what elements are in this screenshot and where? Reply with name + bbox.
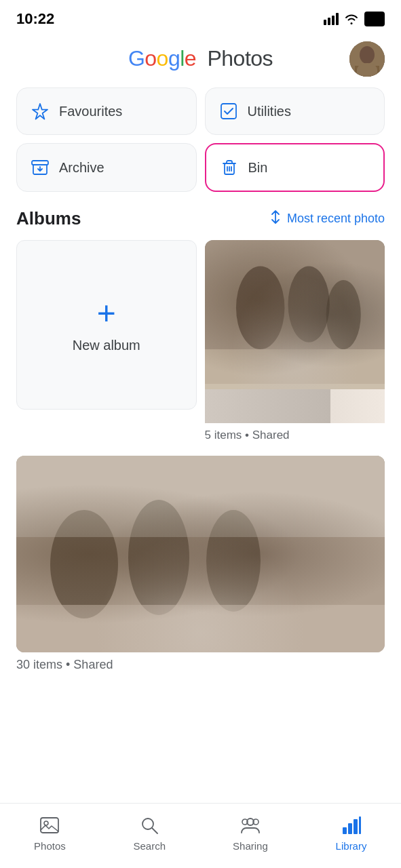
search-nav-label: Search xyxy=(133,840,166,852)
utilities-button[interactable]: Utilities xyxy=(205,87,385,135)
svg-rect-35 xyxy=(354,819,358,834)
albums-grid-row1: + New album 5 items • Shared xyxy=(0,240,401,456)
utilities-icon xyxy=(219,102,238,121)
album-full-image-2 xyxy=(16,456,385,652)
nav-search[interactable]: Search xyxy=(122,810,176,854)
photos-nav-icon xyxy=(39,813,60,837)
nav-library[interactable]: Library xyxy=(324,810,379,854)
svg-rect-34 xyxy=(348,823,352,834)
wifi-icon xyxy=(344,13,359,25)
svg-rect-9 xyxy=(32,161,48,165)
svg-rect-24 xyxy=(16,605,385,652)
album-thumb-strip-1 xyxy=(205,389,385,423)
archive-button[interactable]: Archive xyxy=(16,143,197,192)
svg-rect-25 xyxy=(16,456,385,537)
albums-header: Albums Most recent photo xyxy=(0,203,401,240)
sort-button[interactable]: Most recent photo xyxy=(268,210,385,228)
app-logo: Google Photos xyxy=(128,46,273,71)
search-nav-icon xyxy=(139,813,159,837)
nav-sharing[interactable]: Sharing xyxy=(222,810,279,854)
svg-rect-8 xyxy=(221,104,236,119)
album-strip-right xyxy=(330,389,385,423)
svg-rect-26 xyxy=(41,818,58,833)
svg-rect-2 xyxy=(332,16,335,25)
library-nav-icon xyxy=(341,813,362,837)
album-meta-2: 30 items • Shared xyxy=(16,652,385,672)
favourites-button[interactable]: Favourites xyxy=(16,87,197,135)
svg-rect-18 xyxy=(205,349,385,389)
archive-label: Archive xyxy=(59,160,104,176)
trash-icon xyxy=(220,158,239,177)
star-icon xyxy=(31,102,50,121)
signal-icon xyxy=(324,13,339,25)
sort-label: Most recent photo xyxy=(287,212,385,226)
svg-rect-1 xyxy=(328,18,330,25)
svg-rect-36 xyxy=(359,816,361,834)
app-header: Google Photos xyxy=(0,35,401,82)
svg-point-27 xyxy=(44,821,48,825)
svg-rect-20 xyxy=(16,456,385,652)
album-meta-text-1: 5 items • Shared xyxy=(205,429,290,441)
bin-button[interactable]: Bin xyxy=(205,143,385,192)
quick-access-grid: Favourites Utilities Archive xyxy=(0,82,401,203)
sort-icon xyxy=(268,210,283,228)
svg-point-17 xyxy=(326,280,360,349)
favourites-label: Favourites xyxy=(59,104,122,119)
new-album-button[interactable]: + New album xyxy=(16,240,197,410)
svg-point-15 xyxy=(235,267,284,350)
svg-rect-33 xyxy=(343,827,347,834)
svg-point-23 xyxy=(206,510,261,612)
svg-rect-14 xyxy=(205,240,385,389)
album-thumb-image-1 xyxy=(205,240,385,389)
svg-point-6 xyxy=(355,66,379,77)
sharing-nav-icon xyxy=(240,813,261,837)
svg-rect-3 xyxy=(336,13,339,25)
avatar-image xyxy=(349,41,385,77)
new-album-label: New album xyxy=(73,338,140,353)
svg-rect-19 xyxy=(205,384,385,389)
svg-rect-0 xyxy=(324,20,326,25)
svg-point-21 xyxy=(50,510,118,618)
svg-rect-7 xyxy=(355,66,379,77)
status-icons: 34 xyxy=(324,12,385,26)
bottom-nav: Photos Search Sharing xyxy=(0,803,401,868)
svg-line-29 xyxy=(152,828,157,833)
svg-point-22 xyxy=(128,500,189,615)
albums-title: Albums xyxy=(16,208,81,229)
album-strip-left xyxy=(205,389,331,423)
plus-icon: + xyxy=(97,297,116,330)
sharing-nav-label: Sharing xyxy=(233,840,268,852)
album-meta-1: 5 items • Shared xyxy=(205,423,385,442)
photos-nav-label: Photos xyxy=(34,840,66,852)
svg-point-5 xyxy=(360,46,375,64)
archive-icon xyxy=(31,158,50,177)
nav-photos[interactable]: Photos xyxy=(22,810,77,854)
library-nav-label: Library xyxy=(336,840,367,852)
svg-point-16 xyxy=(288,267,329,342)
bin-label: Bin xyxy=(248,160,268,176)
status-bar: 10:22 34 xyxy=(0,0,401,35)
album-item-1[interactable]: 5 items • Shared xyxy=(205,240,385,442)
status-time: 10:22 xyxy=(16,10,54,28)
utilities-label: Utilities xyxy=(248,104,291,119)
battery-indicator: 34 xyxy=(364,12,385,26)
album-item-2[interactable]: 30 items • Shared xyxy=(0,456,401,675)
avatar[interactable] xyxy=(349,41,385,77)
